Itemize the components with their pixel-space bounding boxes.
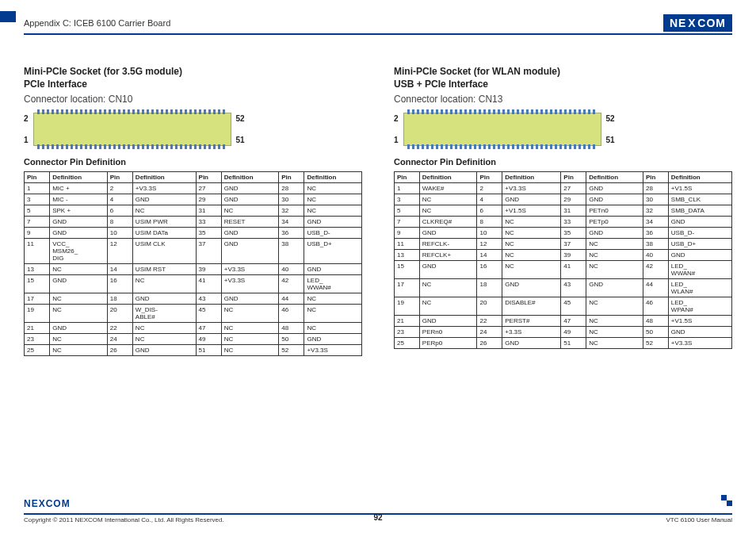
table-cell: 2 [107, 183, 132, 194]
table-cell: NC [502, 239, 561, 250]
table-row: 21GND22NC47NC48NC [25, 323, 362, 334]
table-cell: 39 [196, 264, 221, 275]
table-row: 1WAKE#2+V3.3S27GND28+V1.5S [395, 183, 732, 194]
table-cell: GND [586, 194, 643, 205]
table-cell: PERp0 [419, 338, 477, 349]
table-cell: 6 [477, 205, 502, 217]
table-cell: 25 [395, 338, 420, 349]
table-cell: 40 [643, 250, 669, 261]
table-cell: 40 [279, 264, 304, 275]
table-cell: GND [586, 279, 643, 297]
header-title: Appendix C: ICEB 6100 Carrier Board [24, 18, 170, 28]
table-cell: 22 [107, 323, 132, 334]
table-cell: 44 [643, 279, 669, 297]
table-cell: GND [586, 228, 643, 239]
table-header-cell: Definition [221, 172, 279, 183]
table-cell: 20 [107, 305, 132, 323]
footer-logo-com: COM [46, 498, 71, 509]
table-cell: GND [502, 194, 561, 205]
table-cell: MIC + [50, 183, 108, 194]
right-title-1: Mini-PCIe Socket (for WLAN module) [394, 65, 732, 78]
corner-mark-bottom [721, 495, 732, 506]
table-cell: 28 [643, 183, 669, 194]
table-cell: GND [132, 345, 196, 356]
table-cell: 7 [25, 217, 50, 228]
table-row: 15GND16NC41+V3.3S42LED_ WWAN# [25, 275, 362, 293]
right-column: Mini-PCIe Socket (for WLAN module) USB +… [394, 65, 732, 356]
table-cell: 33 [196, 217, 221, 228]
table-cell: 43 [196, 293, 221, 305]
table-cell: GND [304, 334, 362, 345]
table-cell: NC [304, 293, 362, 305]
table-cell: 19 [395, 297, 420, 316]
table-cell: 30 [643, 194, 669, 205]
table-cell: 12 [477, 239, 502, 250]
table-row: 7GND8USIM PWR33RESET34GND [25, 217, 362, 228]
table-cell: 17 [25, 293, 50, 305]
table-cell: 23 [25, 334, 50, 345]
table-cell: NC [221, 334, 279, 345]
right-connector-diagram: 2 1 52 51 [394, 113, 732, 146]
table-header-row: PinDefinitionPinDefinitionPinDefinitionP… [395, 172, 732, 183]
table-cell: NC [50, 334, 108, 345]
table-cell: 35 [196, 228, 221, 239]
connector-icon [403, 113, 601, 146]
table-cell: GND [419, 261, 477, 279]
left-pin-labels-end: 52 51 [236, 114, 245, 144]
table-cell: USB_D- [668, 228, 731, 239]
table-header-cell: Definition [502, 172, 561, 183]
table-cell: REFCLK- [419, 239, 477, 250]
table-row: 11REFCLK-12NC37NC38USB_D+ [395, 239, 732, 250]
table-row: 3NC4GND29GND30SMB_CLK [395, 194, 732, 205]
logo-part-com: COM [697, 17, 726, 29]
table-cell: 52 [279, 345, 304, 356]
table-cell: 37 [561, 239, 586, 250]
table-cell: 22 [477, 316, 502, 327]
table-cell: PETp0 [586, 217, 643, 228]
table-cell: 8 [477, 217, 502, 228]
table-cell: +V3.3S [221, 275, 279, 293]
left-title-2: PCIe Interface [24, 78, 362, 90]
table-header-cell: Pin [279, 172, 304, 183]
table-cell: 32 [279, 205, 304, 217]
corner-mark [0, 11, 16, 22]
table-cell: PETn0 [586, 205, 643, 217]
footer-logo: NEXCOM [24, 498, 71, 509]
table-cell: 9 [395, 228, 420, 239]
table-cell: 2 [477, 183, 502, 194]
table-cell: 25 [25, 345, 50, 356]
table-row: 17NC18GND43GND44NC [25, 293, 362, 305]
table-cell: 5 [395, 205, 420, 217]
table-cell: 34 [643, 217, 669, 228]
table-cell: REFCLK+ [419, 250, 477, 261]
left-pin-2: 2 [24, 114, 29, 123]
table-cell: GND [50, 217, 108, 228]
table-cell: GND [304, 217, 362, 228]
left-subtitle: Connector location: CN10 [24, 94, 362, 105]
table-cell: USIM CLK [132, 239, 196, 264]
table-cell: 10 [477, 228, 502, 239]
table-cell: 51 [196, 345, 221, 356]
table-row: 25PERp026GND51NC52+V3.3S [395, 338, 732, 349]
table-cell: SMB_DATA [668, 205, 731, 217]
table-cell: 28 [279, 183, 304, 194]
table-cell: GND [502, 338, 561, 349]
table-cell: GND [221, 293, 279, 305]
table-cell: DISABLE# [502, 297, 561, 316]
table-cell: 29 [561, 194, 586, 205]
table-cell: 4 [107, 194, 132, 205]
table-cell: +V3.3S [132, 183, 196, 194]
table-cell: NC [304, 194, 362, 205]
table-cell: 50 [279, 334, 304, 345]
table-cell: NC [502, 250, 561, 261]
table-cell: 8 [107, 217, 132, 228]
table-cell: 32 [643, 205, 669, 217]
table-cell: 10 [107, 228, 132, 239]
table-header-cell: Pin [196, 172, 221, 183]
table-cell: GND [50, 275, 108, 293]
table-header-cell: Definition [304, 172, 362, 183]
table-cell: USB_D- [304, 228, 362, 239]
table-cell: 41 [561, 261, 586, 279]
table-cell: +V3.3S [304, 345, 362, 356]
table-cell: 42 [279, 275, 304, 293]
